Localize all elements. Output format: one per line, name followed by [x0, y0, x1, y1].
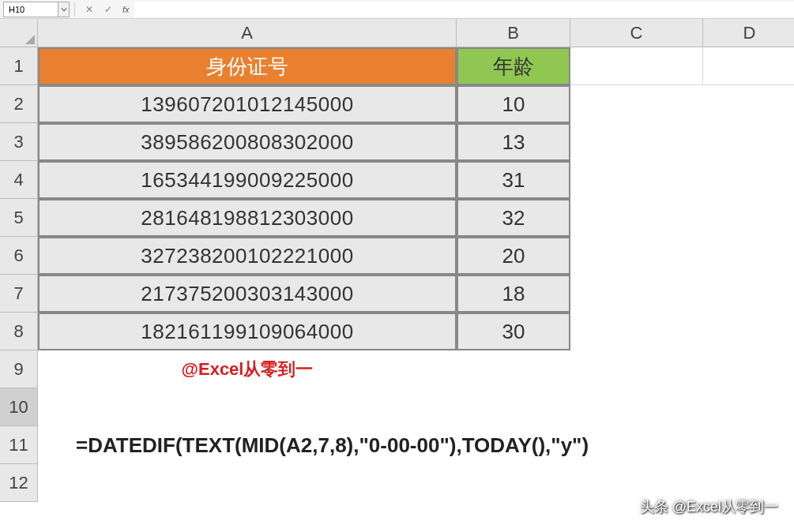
cell-formula-display[interactable]: =DATEDIF(TEXT(MID(A2,7,8),"0-00-00"),TOD… — [70, 426, 781, 464]
cell-c1[interactable] — [570, 47, 703, 85]
row-header-4[interactable]: 4 — [0, 161, 38, 199]
row-header-6[interactable]: 6 — [0, 237, 38, 275]
cell-a8[interactable]: 182161199109064000 — [38, 313, 457, 350]
cell-b6[interactable]: 20 — [457, 237, 570, 275]
cell-d1[interactable] — [703, 47, 794, 85]
cell-b5[interactable]: 32 — [457, 199, 570, 237]
cell-a3[interactable]: 389586200808302000 — [38, 123, 457, 161]
select-all-corner[interactable] — [0, 19, 38, 47]
row-header-12[interactable]: 12 — [0, 464, 38, 502]
row-header-7[interactable]: 7 — [0, 275, 38, 313]
cell-a1-header[interactable]: 身份证号 — [38, 47, 457, 85]
row-header-9[interactable]: 9 — [0, 350, 38, 388]
cell-b4[interactable]: 31 — [457, 161, 570, 199]
row-header-11[interactable]: 11 — [0, 426, 38, 464]
cell-b3[interactable]: 13 — [457, 123, 570, 161]
cell-a7[interactable]: 217375200303143000 — [38, 275, 457, 313]
name-box-dropdown[interactable] — [58, 2, 70, 17]
confirm-icon[interactable]: ✓ — [102, 3, 115, 16]
cell-b8[interactable]: 30 — [457, 313, 570, 350]
col-header-b[interactable]: B — [457, 19, 570, 47]
cell-b1-header[interactable]: 年龄 — [457, 47, 570, 85]
row-header-1[interactable]: 1 — [0, 47, 38, 85]
column-headers: A B C D — [38, 19, 794, 47]
spreadsheet-grid: 1 2 3 4 5 6 7 8 9 10 11 12 A B C D 身份证号 … — [0, 19, 794, 532]
row-header-2[interactable]: 2 — [0, 85, 38, 123]
cell-b7[interactable]: 18 — [457, 275, 570, 313]
cell-a9-annotation[interactable]: @Excel从零到一 — [38, 350, 457, 388]
row-header-5[interactable]: 5 — [0, 199, 38, 237]
cell-a4[interactable]: 165344199009225000 — [38, 161, 457, 199]
cancel-icon[interactable]: ✕ — [83, 3, 96, 16]
formula-bar: H10 ✕ ✓ fx — [0, 0, 794, 19]
row-headers: 1 2 3 4 5 6 7 8 9 10 11 12 — [0, 47, 38, 502]
cell-reference: H10 — [9, 5, 24, 14]
watermark: 头条 @Excel从零到一 — [640, 497, 778, 516]
row-header-8[interactable]: 8 — [0, 313, 38, 350]
formula-input[interactable] — [134, 2, 794, 17]
cell-a5[interactable]: 281648198812303000 — [38, 199, 457, 237]
cell-a2[interactable]: 139607201012145000 — [38, 85, 457, 123]
col-header-d[interactable]: D — [703, 19, 794, 47]
name-box[interactable]: H10 — [3, 2, 58, 17]
cell-b2[interactable]: 10 — [457, 85, 570, 123]
col-header-c[interactable]: C — [570, 19, 703, 47]
cell-a6[interactable]: 327238200102221000 — [38, 237, 457, 275]
separator — [74, 2, 75, 17]
fx-icon[interactable]: fx — [122, 5, 130, 14]
col-header-a[interactable]: A — [38, 19, 457, 47]
row-header-3[interactable]: 3 — [0, 123, 38, 161]
row-header-10[interactable]: 10 — [0, 388, 38, 426]
chevron-down-icon — [61, 6, 67, 13]
